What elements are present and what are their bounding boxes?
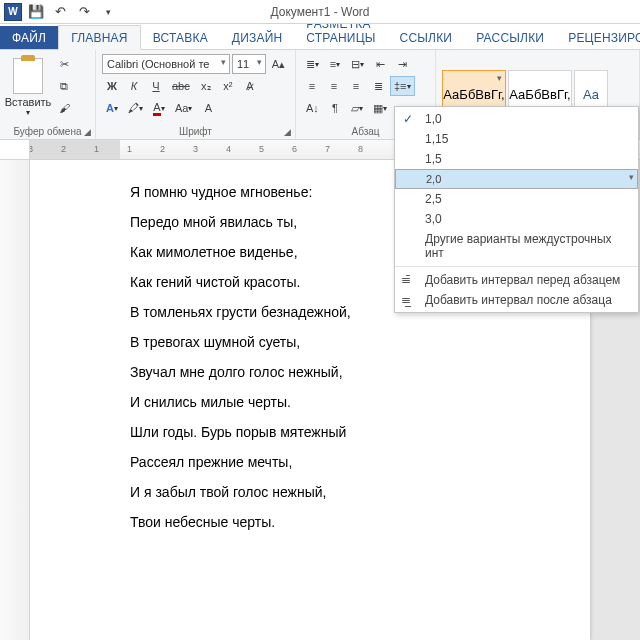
underline-icon: Ч bbox=[152, 80, 159, 92]
shading-icon: A bbox=[205, 102, 212, 114]
sort-icon: A↓ bbox=[306, 102, 319, 114]
line-spacing-add-before[interactable]: ≡̄Добавить интервал перед абзацем bbox=[395, 270, 638, 290]
superscript-button[interactable]: x² bbox=[218, 76, 238, 96]
numbering-button[interactable]: ≡▾ bbox=[325, 54, 345, 74]
document-line[interactable]: Рассеял прежние мечты, bbox=[130, 454, 566, 470]
ruler-tick: 8 bbox=[358, 144, 363, 154]
line-spacing-option[interactable]: 1,15 bbox=[395, 129, 638, 149]
brush-icon: 🖌 bbox=[59, 102, 70, 114]
format-painter-button[interactable]: 🖌 bbox=[54, 98, 74, 118]
line-spacing-add-after[interactable]: ≡̲Добавить интервал после абзаца bbox=[395, 290, 638, 310]
option-label: 3,0 bbox=[425, 212, 442, 226]
tab-mailings[interactable]: РАССЫЛКИ bbox=[464, 26, 556, 49]
sort-button[interactable]: A↓ bbox=[302, 98, 323, 118]
decrease-indent-button[interactable]: ⇤ bbox=[370, 54, 390, 74]
document-line[interactable]: Твои небесные черты. bbox=[130, 514, 566, 530]
launcher-icon[interactable]: ◢ bbox=[284, 127, 291, 137]
show-marks-button[interactable]: ¶ bbox=[325, 98, 345, 118]
align-right-button[interactable]: ≡ bbox=[346, 76, 366, 96]
option-label: 2,5 bbox=[425, 192, 442, 206]
tab-home[interactable]: ГЛАВНАЯ bbox=[58, 25, 140, 50]
check-icon: ✓ bbox=[403, 112, 413, 126]
style-sample: АаБбВвГг, bbox=[509, 87, 570, 102]
highlight-button[interactable]: 🖍▾ bbox=[124, 98, 147, 118]
ruler-tick: 3 bbox=[193, 144, 198, 154]
line-spacing-icon: ‡≡ bbox=[394, 80, 407, 92]
grow-font-button[interactable]: A▴ bbox=[268, 54, 289, 74]
font-color-button[interactable]: A▾ bbox=[149, 98, 169, 118]
clear-format-button[interactable]: A̷ bbox=[240, 76, 260, 96]
justify-button[interactable]: ≣ bbox=[368, 76, 388, 96]
borders-icon: ▦ bbox=[373, 102, 383, 115]
align-center-button[interactable]: ≡ bbox=[324, 76, 344, 96]
qat-customize-icon[interactable]: ▾ bbox=[98, 2, 118, 22]
align-left-button[interactable]: ≡ bbox=[302, 76, 322, 96]
align-center-icon: ≡ bbox=[331, 80, 337, 92]
borders-button[interactable]: ▦▾ bbox=[369, 98, 391, 118]
copy-button[interactable]: ⧉ bbox=[54, 76, 74, 96]
ruler-tick: 5 bbox=[259, 144, 264, 154]
font-name-select[interactable]: Calibri (Основной те bbox=[102, 54, 230, 74]
multilevel-button[interactable]: ⊟▾ bbox=[347, 54, 368, 74]
tab-design[interactable]: ДИЗАЙН bbox=[220, 26, 295, 49]
outdent-icon: ⇤ bbox=[376, 58, 385, 71]
quick-access-toolbar: W 💾 ↶ ↷ ▾ bbox=[0, 2, 118, 22]
paste-label: Вставить bbox=[5, 96, 52, 108]
font-size-select[interactable]: 11 bbox=[232, 54, 266, 74]
tab-references[interactable]: ССЫЛКИ bbox=[388, 26, 465, 49]
option-label: 1,0 bbox=[425, 112, 442, 126]
paste-button[interactable]: Вставить ▾ bbox=[6, 54, 50, 120]
redo-icon[interactable]: ↷ bbox=[74, 2, 94, 22]
line-spacing-more[interactable]: Другие варианты междустрочных инт bbox=[395, 229, 638, 263]
italic-icon: К bbox=[131, 80, 137, 92]
change-case-icon: Aa bbox=[175, 102, 188, 114]
increase-indent-button[interactable]: ⇥ bbox=[392, 54, 412, 74]
italic-button[interactable]: К bbox=[124, 76, 144, 96]
cut-button[interactable]: ✂ bbox=[54, 54, 74, 74]
document-line[interactable]: В тревогах шумной суеты, bbox=[130, 334, 566, 350]
bullets-button[interactable]: ≣▾ bbox=[302, 54, 323, 74]
undo-icon[interactable]: ↶ bbox=[50, 2, 70, 22]
line-spacing-option[interactable]: 2,5 bbox=[395, 189, 638, 209]
tab-review[interactable]: РЕЦЕНЗИРОВ bbox=[556, 26, 640, 49]
align-left-icon: ≡ bbox=[309, 80, 315, 92]
tab-file[interactable]: ФАЙЛ bbox=[0, 26, 58, 49]
document-line[interactable]: И я забыл твой голос нежный, bbox=[130, 484, 566, 500]
line-spacing-menu: ✓1,01,151,52,02,53,0Другие варианты межд… bbox=[394, 106, 639, 313]
window-title: Документ1 - Word bbox=[270, 5, 369, 19]
document-line[interactable]: Шли годы. Бурь порыв мятежный bbox=[130, 424, 566, 440]
save-icon[interactable]: 💾 bbox=[26, 2, 46, 22]
superscript-icon: x² bbox=[223, 80, 232, 92]
change-case-button[interactable]: Aa▾ bbox=[171, 98, 196, 118]
subscript-button[interactable]: x₂ bbox=[196, 76, 216, 96]
strike-button[interactable]: abc bbox=[168, 76, 194, 96]
text-effects-button[interactable]: A▾ bbox=[102, 98, 122, 118]
space-before-icon: ≡̄ bbox=[401, 273, 411, 287]
char-shading-button[interactable]: A bbox=[198, 98, 218, 118]
option-label: 2,0 bbox=[426, 173, 441, 185]
underline-button[interactable]: Ч bbox=[146, 76, 166, 96]
indent-icon: ⇥ bbox=[398, 58, 407, 71]
shading-button[interactable]: ▱▾ bbox=[347, 98, 367, 118]
group-label-font: Шрифт◢ bbox=[102, 124, 289, 137]
option-label: Добавить интервал перед абзацем bbox=[425, 273, 620, 287]
ruler-tick: 7 bbox=[325, 144, 330, 154]
document-line[interactable]: И снились милые черты. bbox=[130, 394, 566, 410]
scissors-icon: ✂ bbox=[60, 58, 69, 71]
line-spacing-option[interactable]: 1,5 bbox=[395, 149, 638, 169]
line-spacing-option[interactable]: 2,0 bbox=[395, 169, 638, 189]
line-spacing-button[interactable]: ‡≡▾ bbox=[390, 76, 415, 96]
ruler-tick: 1 bbox=[127, 144, 132, 154]
tab-insert[interactable]: ВСТАВКА bbox=[141, 26, 220, 49]
line-spacing-option[interactable]: 3,0 bbox=[395, 209, 638, 229]
ruler-vertical[interactable] bbox=[0, 160, 30, 640]
copy-icon: ⧉ bbox=[60, 80, 68, 93]
option-label: 1,5 bbox=[425, 152, 442, 166]
launcher-icon[interactable]: ◢ bbox=[84, 127, 91, 137]
menu-separator bbox=[395, 266, 638, 267]
font-color-icon: A bbox=[153, 101, 160, 116]
subscript-icon: x₂ bbox=[201, 80, 211, 93]
document-line[interactable]: Звучал мне долго голос нежный, bbox=[130, 364, 566, 380]
line-spacing-option[interactable]: ✓1,0 bbox=[395, 109, 638, 129]
bold-button[interactable]: Ж bbox=[102, 76, 122, 96]
